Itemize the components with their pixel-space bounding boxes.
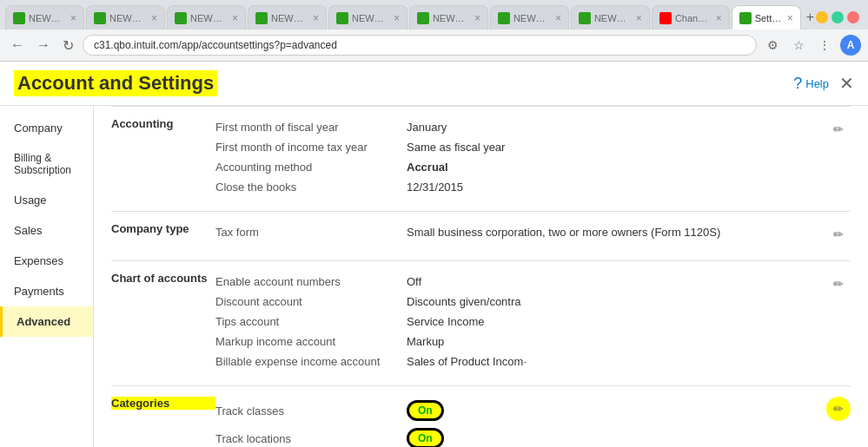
discount-account-label: Discount account — [215, 295, 407, 308]
tab-label-1: NEWQBO.COM — [29, 13, 67, 23]
close-window-button[interactable] — [847, 11, 859, 23]
tab-close-4[interactable]: × — [313, 12, 319, 24]
chart-of-accounts-header: Chart of accounts Enable account numbers… — [111, 260, 851, 378]
close-books-value: 12/31/2015 — [407, 181, 826, 194]
tab-close-7[interactable]: × — [555, 12, 561, 24]
tab-close-settings[interactable]: × — [787, 12, 793, 24]
tab-label-4: NEWQBO.COM — [271, 13, 309, 23]
help-button[interactable]: ? Help — [793, 75, 829, 93]
fiscal-year-value: January — [407, 121, 826, 134]
tab-close-5[interactable]: × — [394, 12, 400, 24]
setting-row: Markup income account Markup — [215, 332, 826, 352]
track-classes-label: Track classes — [215, 404, 407, 417]
tab-label-yt: Channel dash... — [675, 13, 712, 23]
setting-row: Track locations On — [215, 424, 826, 447]
reload-button[interactable]: ↻ — [59, 36, 77, 56]
sidebar-label-payments: Payments — [14, 285, 64, 298]
new-tab-button[interactable]: + — [806, 10, 814, 25]
tab-close-1[interactable]: × — [70, 12, 76, 24]
tab-label-7: NEWQBO.COM — [514, 13, 552, 23]
maximize-button[interactable] — [832, 11, 844, 23]
setting-row: Accounting method Accrual — [215, 157, 826, 177]
tab-label-3: NEWQBO.COM — [190, 13, 229, 23]
address-bar[interactable] — [83, 35, 757, 56]
company-type-edit-button[interactable]: ✏ — [826, 222, 851, 247]
tab-settings[interactable]: Settings × — [732, 5, 801, 30]
accounting-edit-button[interactable]: ✏ — [826, 117, 851, 141]
tab-favicon-8 — [579, 12, 591, 24]
sidebar-label-sales: Sales — [14, 224, 43, 237]
sidebar-label-usage: Usage — [14, 194, 47, 207]
sidebar-item-billing[interactable]: Billing & Subscription — [0, 143, 93, 185]
tab-1[interactable]: NEWQBO.COM × — [5, 5, 84, 30]
sidebar-label-expenses: Expenses — [14, 254, 63, 267]
markup-income-label: Markup income account — [215, 335, 407, 348]
tab-8[interactable]: NEWQBO.COM × — [571, 5, 650, 30]
tab-favicon-2 — [94, 12, 106, 24]
tips-account-label: Tips account — [215, 315, 407, 328]
categories-header: Categories Track classes On Track locati… — [111, 385, 851, 447]
header-actions: ? Help ✕ — [793, 73, 854, 94]
sidebar-label-advanced: Advanced — [17, 315, 70, 328]
menu-button[interactable]: ⋮ — [814, 35, 835, 56]
tab-close-yt[interactable]: × — [716, 12, 722, 24]
tab-4[interactable]: NEWQBO.COM × — [248, 5, 327, 30]
close-settings-button[interactable]: ✕ — [839, 73, 854, 94]
income-tax-year-value: Same as fiscal year — [407, 141, 826, 154]
sidebar-item-expenses[interactable]: Expenses — [0, 246, 93, 276]
tab-yt[interactable]: Channel dash... × — [652, 5, 730, 30]
track-classes-badge: On — [407, 400, 444, 421]
setting-row: First month of income tax year Same as f… — [215, 137, 826, 157]
tab-favicon-7 — [498, 12, 510, 24]
star-button[interactable]: ☆ — [788, 35, 809, 56]
help-label: Help — [805, 77, 829, 90]
accounting-method-value: Accrual — [407, 161, 826, 174]
sidebar-item-advanced[interactable]: Advanced — [0, 306, 93, 337]
accounting-method-label: Accounting method — [215, 161, 407, 174]
company-type-section: Company type Tax form Small business cor… — [111, 211, 851, 253]
accounting-section-body: First month of fiscal year January First… — [215, 117, 826, 197]
tab-2[interactable]: NEWQBO.COM × — [86, 5, 165, 30]
tab-close-8[interactable]: × — [636, 12, 642, 24]
back-button[interactable]: ← — [7, 36, 28, 55]
categories-section: Categories Track classes On Track locati… — [111, 385, 851, 447]
tab-favicon-4 — [255, 12, 268, 24]
tab-label-settings: Settings — [755, 13, 784, 23]
main-content: Accounting First month of fiscal year Ja… — [94, 106, 868, 447]
minimize-button[interactable] — [816, 11, 828, 23]
tab-6[interactable]: NEWQBO.COM × — [409, 5, 488, 30]
sidebar: Company Billing & Subscription Usage Sal… — [0, 106, 94, 447]
setting-row: Discount account Discounts given/contra — [215, 292, 826, 312]
browser-actions: ⚙ ☆ ⋮ A — [762, 35, 861, 56]
tab-3[interactable]: NEWQBO.COM × — [167, 5, 246, 30]
sidebar-item-usage[interactable]: Usage — [0, 185, 93, 215]
sidebar-item-sales[interactable]: Sales — [0, 215, 93, 246]
tab-label-8: NEWQBO.COM — [594, 13, 633, 23]
tab-close-6[interactable]: × — [474, 12, 480, 24]
tab-favicon-6 — [417, 12, 429, 24]
tab-close-3[interactable]: × — [232, 12, 238, 24]
enable-account-numbers-value: Off — [407, 275, 826, 288]
tab-5[interactable]: NEWQBO.COM × — [328, 5, 407, 30]
setting-row: Billable expense income account Sales of… — [215, 352, 826, 371]
enable-account-numbers-label: Enable account numbers — [215, 275, 407, 288]
forward-button[interactable]: → — [33, 36, 54, 55]
tab-label-6: NEWQBO.COM — [433, 13, 471, 23]
tab-close-2[interactable]: × — [151, 12, 157, 24]
extensions-button[interactable]: ⚙ — [762, 35, 783, 56]
chart-of-accounts-edit-button[interactable]: ✏ — [826, 272, 851, 296]
company-type-body: Tax form Small business corporation, two… — [215, 222, 826, 242]
sidebar-item-company[interactable]: Company — [0, 113, 93, 143]
tab-favicon-5 — [336, 12, 348, 24]
categories-edit-button[interactable]: ✏ — [826, 397, 851, 421]
setting-row: Close the books 12/31/2015 — [215, 177, 826, 197]
app-header: Account and Settings ? Help ✕ — [0, 62, 868, 106]
categories-body: Track classes On Track locations On — [215, 397, 826, 447]
billable-expense-label: Billable expense income account — [215, 355, 407, 368]
tab-7[interactable]: NEWQBO.COM × — [490, 5, 569, 30]
sidebar-item-payments[interactable]: Payments — [0, 276, 93, 306]
sidebar-label-company: Company — [14, 122, 63, 135]
setting-row: Track classes On — [215, 397, 826, 424]
profile-icon[interactable]: A — [840, 35, 861, 56]
browser-chrome: NEWQBO.COM × NEWQBO.COM × NEWQBO.COM × N… — [0, 0, 868, 62]
